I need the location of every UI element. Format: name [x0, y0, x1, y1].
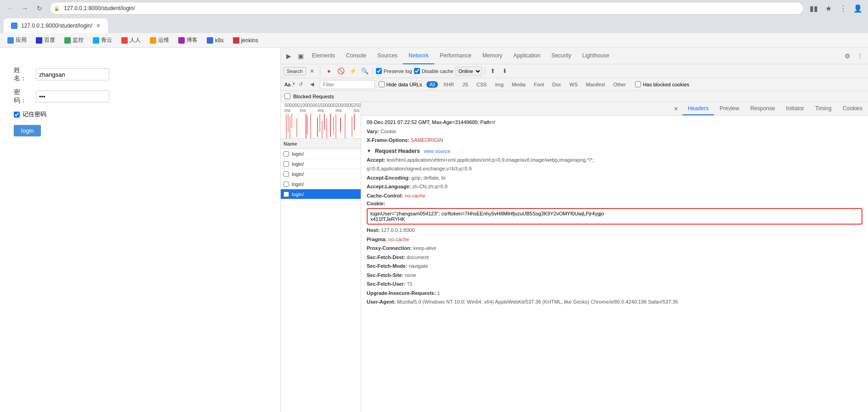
bookmark-button[interactable]: ★ — [822, 2, 835, 15]
details-tab-timing[interactable]: Timing — [810, 102, 837, 115]
disable-cache-checkbox[interactable] — [414, 68, 420, 74]
filter-button[interactable]: ⚡ — [348, 66, 358, 76]
has-blocked-cookies-label[interactable]: Has blocked cookies — [635, 81, 689, 87]
clear-button[interactable]: 🚫 — [336, 66, 346, 76]
item-2-checkbox[interactable] — [284, 161, 289, 167]
tab-console[interactable]: Console — [340, 48, 372, 64]
reload-button[interactable]: ↻ — [33, 2, 46, 15]
filter-font[interactable]: Font — [531, 81, 547, 88]
tab-elements[interactable]: Elements — [306, 48, 340, 64]
preserve-log-text: Preserve log — [384, 68, 412, 74]
filter-css[interactable]: CSS — [474, 81, 490, 88]
profile-button[interactable]: 👤 — [851, 2, 864, 15]
tab-close-button[interactable]: ✕ — [96, 23, 101, 29]
filter-all[interactable]: All — [426, 81, 437, 88]
export-button[interactable]: ⬇ — [500, 66, 510, 76]
tab-sources[interactable]: Sources — [372, 48, 403, 64]
item-3-checkbox[interactable] — [284, 171, 289, 177]
x-frame-line: X-Frame-Options: SAMEORIGIN — [367, 136, 862, 144]
filter-manifest[interactable]: Manifest — [583, 81, 608, 88]
devtools-device-button[interactable]: ▣ — [295, 50, 306, 62]
search-button[interactable]: 🔍 — [360, 66, 370, 76]
search-panel-label[interactable]: Search — [284, 67, 306, 75]
preserve-log-checkbox[interactable] — [376, 68, 382, 74]
forward-button[interactable]: → — [18, 2, 31, 15]
username-row: 姓名： — [14, 66, 109, 83]
tab-lighthouse[interactable]: Lighthouse — [577, 48, 615, 64]
network-item-1[interactable]: login/ — [281, 149, 361, 159]
details-tab-initiator[interactable]: Initiator — [781, 102, 810, 115]
bookmark-monitor[interactable]: 监控 — [61, 34, 87, 46]
tab-security[interactable]: Security — [546, 48, 577, 64]
cookie-value-2: x411fTJeRYHK — [370, 216, 405, 222]
host-line: Host: 127.0.0.1:8000 — [367, 226, 862, 234]
menu-button[interactable]: ⋮ — [837, 2, 850, 15]
preserve-log-label[interactable]: Preserve log — [376, 68, 412, 74]
devtools-inspect-button[interactable]: ▶ — [283, 50, 295, 62]
bookmark-k8s[interactable]: k8s — [203, 35, 227, 45]
bookmark-baidu[interactable]: 百度 — [32, 34, 59, 46]
active-tab[interactable]: 🌐 127.0.0.1:8000/student/login/ ✕ — [4, 18, 108, 33]
bookmark-yunwei[interactable]: 运维 — [146, 34, 173, 46]
details-tab-preview[interactable]: Preview — [714, 102, 745, 115]
details-tab-headers[interactable]: Headers — [682, 102, 714, 115]
filter-js[interactable]: JS — [460, 81, 471, 88]
password-input[interactable] — [36, 90, 109, 102]
back-button[interactable]: ← — [4, 2, 17, 15]
filter-doc[interactable]: Doc — [550, 81, 564, 88]
item-1-checkbox[interactable] — [284, 151, 289, 157]
filter-img[interactable]: Img — [492, 81, 506, 88]
left-arrow-button[interactable]: ◀ — [307, 79, 317, 90]
accept-line: Accept: text/html,application/xhtml+xml,… — [367, 156, 862, 164]
search-close-button[interactable]: ✕ — [307, 66, 317, 76]
tl-2000: 2000000 ms — [335, 103, 353, 113]
bookmark-renren[interactable]: 人人 — [118, 34, 144, 46]
details-close-button[interactable]: ✕ — [669, 102, 682, 115]
username-input[interactable] — [36, 68, 109, 80]
details-tab-cookies[interactable]: Cookies — [837, 102, 868, 115]
disable-cache-label[interactable]: Disable cache — [414, 68, 454, 74]
accept-key: Accept: — [367, 157, 385, 163]
address-bar-container: 🔒 127.0.0.1:8000/student/login/ — [50, 2, 804, 15]
hide-data-urls-checkbox[interactable] — [379, 81, 385, 87]
item-5-checkbox[interactable] — [284, 192, 289, 197]
sec-fetch-site-key: Sec-Fetch-Site: — [367, 272, 403, 278]
baidu-icon — [36, 37, 42, 44]
import-button[interactable]: ⬆ — [488, 66, 498, 76]
filter-other[interactable]: Other — [611, 81, 629, 88]
network-item-2[interactable]: login/ — [281, 159, 361, 169]
jenkins-icon — [233, 37, 239, 44]
hide-data-urls-label[interactable]: Hide data URLs — [379, 81, 422, 87]
blocked-requests-checkbox[interactable] — [284, 93, 290, 99]
refresh-filter-button[interactable]: ↺ — [296, 79, 306, 90]
details-tab-response[interactable]: Response — [745, 102, 781, 115]
filter-ws[interactable]: WS — [567, 81, 580, 88]
tab-memory[interactable]: Memory — [477, 48, 508, 64]
bookmark-qingyun[interactable]: 青云 — [89, 34, 116, 46]
accept-encoding-line: Accept-Encoding: gzip, deflate, br — [367, 174, 862, 182]
devtools-more-button[interactable]: ⋮ — [854, 50, 866, 62]
bookmark-yunwei-label: 运维 — [158, 36, 169, 44]
login-button[interactable]: login — [14, 125, 41, 136]
remember-checkbox[interactable] — [14, 112, 20, 118]
filter-media[interactable]: Media — [509, 81, 528, 88]
tab-performance[interactable]: Performance — [434, 48, 477, 64]
network-item-5[interactable]: login/ — [281, 189, 361, 199]
tab-network[interactable]: Network — [403, 48, 434, 64]
devtools-settings-button[interactable]: ⚙ — [841, 50, 853, 62]
filter-input[interactable] — [320, 80, 375, 89]
extensions-button[interactable]: ▮▮ — [807, 2, 820, 15]
has-blocked-cookies-checkbox[interactable] — [635, 81, 641, 87]
record-button[interactable]: ● — [324, 66, 334, 76]
network-item-3[interactable]: login/ — [281, 169, 361, 179]
throttle-select[interactable]: Online — [455, 67, 482, 76]
bookmark-apps[interactable]: 应用 — [4, 34, 30, 46]
view-source-link[interactable]: view source — [424, 148, 450, 154]
filter-xhr[interactable]: XHR — [441, 81, 457, 88]
address-bar[interactable]: 🔒 127.0.0.1:8000/student/login/ — [50, 2, 804, 15]
bookmark-boke[interactable]: 博客 — [175, 34, 201, 46]
tab-application[interactable]: Application — [508, 48, 546, 64]
item-4-checkbox[interactable] — [284, 181, 289, 187]
network-item-4[interactable]: login/ — [281, 179, 361, 189]
bookmark-jenkins[interactable]: jenkins — [229, 35, 262, 45]
